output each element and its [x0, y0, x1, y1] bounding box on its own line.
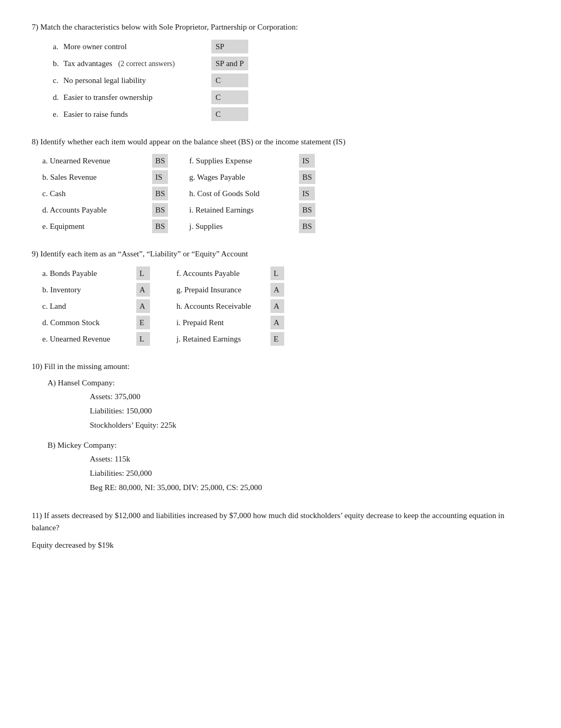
q9-item-text: e. Unearned Revenue [42, 333, 132, 345]
q7-row-answer: SP and P [211, 57, 248, 70]
q7-row-text: More owner control [63, 40, 211, 53]
q7-row-text: Tax advantages (2 correct answers) [63, 57, 211, 70]
q10-title: 10) Fill in the missing amount: [32, 361, 529, 373]
q9-title: 9) Identify each item as an “Asset”, “Li… [32, 248, 529, 260]
q9-container: a. Bonds Payable L b. Inventory A c. Lan… [42, 266, 529, 346]
q7-row-text: No personal legal liability [63, 74, 211, 87]
q9-col: a. Bonds Payable L b. Inventory A c. Lan… [42, 266, 150, 346]
q7-row-text: Easier to raise funds [63, 108, 211, 121]
q8-row: d. Accounts Payable BS [42, 203, 168, 217]
q7-row-label: b. [53, 57, 63, 70]
q9-item-answer: A [270, 316, 284, 329]
q10-company: B) Mickey Company:Assets: 115kLiabilitie… [48, 441, 529, 495]
q9-item-answer: E [270, 332, 284, 346]
q8-row: g. Wages Payable BS [189, 170, 315, 184]
q7-row: e. Easier to raise funds C [53, 107, 529, 121]
q9-row: f. Accounts Payable L [176, 266, 284, 280]
q7-row-label: d. [53, 91, 63, 104]
q8-col: f. Supplies Expense IS g. Wages Payable … [189, 154, 315, 233]
q9-item-answer: E [136, 316, 150, 329]
q10-company-name: B) Mickey Company: [48, 441, 529, 450]
q9-row: e. Unearned Revenue L [42, 332, 150, 346]
q9-row: c. Land A [42, 299, 150, 313]
q9-col: f. Accounts Payable L g. Prepaid Insuran… [176, 266, 284, 346]
q10-company: A) Hansel Company:Assets: 375,000Liabili… [48, 379, 529, 432]
q9-row: j. Retained Earnings E [176, 332, 284, 346]
q7-row-answer: C [211, 107, 248, 121]
q8-item-answer: IS [299, 187, 315, 200]
q9-row: g. Prepaid Insurance A [176, 283, 284, 297]
question-11: 11) If assets decreased by $12,000 and l… [32, 510, 529, 550]
q7-row-label: e. [53, 108, 63, 121]
q7-row-answer: C [211, 90, 248, 104]
q7-row: a. More owner control SP [53, 40, 529, 53]
q9-item-text: j. Retained Earnings [176, 333, 266, 345]
q8-item-answer: BS [299, 219, 315, 233]
q7-row-answer: C [211, 73, 248, 87]
q8-item-answer: BS [152, 203, 168, 217]
q8-item-text: c. Cash [42, 187, 148, 200]
q9-row: h. Accounts Receivable A [176, 299, 284, 313]
q8-item-text: g. Wages Payable [189, 171, 295, 183]
q7-row-answer: SP [211, 40, 248, 53]
q11-title: 11) If assets decreased by $12,000 and l… [32, 510, 529, 533]
q7-row-note: (2 correct answers) [115, 60, 175, 68]
q9-item-text: a. Bonds Payable [42, 267, 132, 280]
q9-item-answer: L [136, 332, 150, 346]
q9-row: b. Inventory A [42, 283, 150, 297]
q8-row: c. Cash BS [42, 187, 168, 200]
q8-col: a. Unearned Revenue BS b. Sales Revenue … [42, 154, 168, 233]
q10-companies: A) Hansel Company:Assets: 375,000Liabili… [32, 379, 529, 495]
q9-item-text: i. Prepaid Rent [176, 316, 266, 329]
q8-item-text: a. Unearned Revenue [42, 154, 148, 167]
q10-company-name: A) Hansel Company: [48, 379, 529, 388]
q8-item-answer: BS [152, 154, 168, 168]
q9-item-answer: L [136, 266, 150, 280]
q9-item-text: g. Prepaid Insurance [176, 283, 266, 296]
q10-company-details: Assets: 375,000Liabilities: 150,000Stock… [90, 390, 529, 432]
q8-row: e. Equipment BS [42, 219, 168, 233]
q7-table: a. More owner control SP b. Tax advantag… [53, 40, 529, 121]
q10-detail-line: Assets: 375,000 [90, 390, 529, 404]
q8-item-answer: IS [152, 170, 168, 184]
q9-item-answer: A [136, 283, 150, 297]
q10-detail-line: Beg RE: 80,000, NI: 35,000, DIV: 25,000,… [90, 481, 529, 495]
q8-item-text: h. Cost of Goods Sold [189, 187, 295, 200]
q9-item-text: f. Accounts Payable [176, 267, 266, 280]
q10-detail-line: Liabilities: 150,000 [90, 404, 529, 418]
q9-item-text: h. Accounts Receivable [176, 300, 266, 312]
q7-row: d. Easier to transfer ownership C [53, 90, 529, 104]
q7-row: b. Tax advantages (2 correct answers) SP… [53, 57, 529, 70]
q9-item-answer: L [270, 266, 284, 280]
q9-item-text: c. Land [42, 300, 132, 312]
q8-item-answer: BS [152, 219, 168, 233]
question-10: 10) Fill in the missing amount: A) Hanse… [32, 361, 529, 495]
q8-row: a. Unearned Revenue BS [42, 154, 168, 168]
question-8: 8) Identify whether each item would appe… [32, 136, 529, 234]
q10-detail-line: Assets: 115k [90, 452, 529, 466]
q11-answer: Equity decreased by $19k [32, 541, 529, 550]
q9-row: a. Bonds Payable L [42, 266, 150, 280]
q8-item-text: i. Retained Earnings [189, 204, 295, 216]
q9-item-answer: A [270, 283, 284, 297]
q8-item-text: e. Equipment [42, 220, 148, 233]
q10-detail-line: Liabilities: 250,000 [90, 466, 529, 481]
q8-row: b. Sales Revenue IS [42, 170, 168, 184]
q8-item-answer: BS [152, 187, 168, 200]
q8-title: 8) Identify whether each item would appe… [32, 136, 529, 148]
q8-row: f. Supplies Expense IS [189, 154, 315, 168]
q7-row-label: a. [53, 40, 63, 53]
q10-company-details: Assets: 115kLiabilities: 250,000Beg RE: … [90, 452, 529, 495]
q8-item-answer: IS [299, 154, 315, 168]
q7-row-label: c. [53, 74, 63, 87]
q9-item-answer: A [136, 299, 150, 313]
question-7: 7) Match the characteristics below with … [32, 21, 529, 121]
q8-item-answer: BS [299, 170, 315, 184]
q9-item-text: d. Common Stock [42, 316, 132, 329]
q7-title: 7) Match the characteristics below with … [32, 21, 529, 33]
q8-container: a. Unearned Revenue BS b. Sales Revenue … [42, 154, 529, 233]
q9-item-answer: A [270, 299, 284, 313]
q9-item-text: b. Inventory [42, 283, 132, 296]
q8-item-text: d. Accounts Payable [42, 204, 148, 216]
q8-item-text: b. Sales Revenue [42, 171, 148, 183]
